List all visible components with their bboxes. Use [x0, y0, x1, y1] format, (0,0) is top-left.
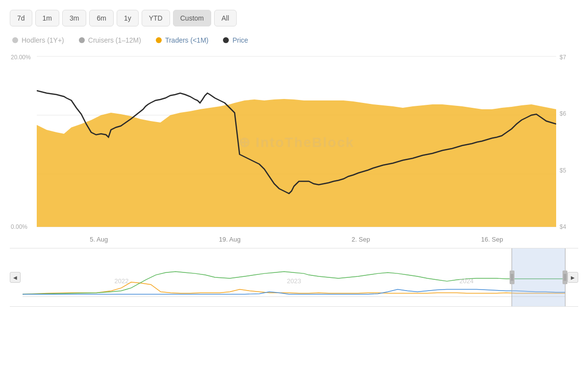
main-chart-svg	[37, 51, 556, 233]
price-dot	[223, 37, 229, 43]
hodlers-dot	[12, 37, 18, 43]
btn-1m[interactable]: 1m	[35, 10, 59, 26]
y-left-bottom: 0.00%	[11, 223, 36, 230]
nav-handle-line-3	[564, 274, 564, 281]
nav-hodlers-line	[23, 271, 565, 294]
y-right-6: $6	[560, 110, 577, 117]
nav-right-arrow[interactable]: ▶	[567, 272, 578, 283]
x-axis: 5. Aug 19. Aug 2. Sep 16. Sep	[10, 233, 578, 243]
nav-handle-right[interactable]	[563, 270, 567, 284]
traders-dot	[156, 37, 162, 43]
y-left-top: 20.00%	[11, 54, 36, 61]
y-right-7: $7	[560, 54, 577, 61]
btn-6m[interactable]: 6m	[89, 10, 113, 26]
hodlers-label: Hodlers (1Y+)	[22, 36, 64, 44]
y-right-5: $5	[560, 167, 577, 174]
nav-handle-lines-right	[564, 274, 566, 281]
chart-inner: ⊕ IntoTheBlock	[37, 51, 556, 233]
price-label: Price	[232, 36, 248, 44]
btn-custom[interactable]: Custom	[173, 10, 211, 26]
btn-all[interactable]: All	[214, 10, 237, 26]
x-label-1: 5. Aug	[90, 236, 108, 243]
navigator: ◀ ▶ 2022 2023 2024	[10, 248, 578, 307]
legend-price[interactable]: Price	[223, 36, 248, 44]
chart-legend: Hodlers (1Y+) Cruisers (1–12M) Traders (…	[10, 36, 578, 44]
cruisers-label: Cruisers (1–12M)	[88, 36, 141, 44]
nav-left-arrow[interactable]: ◀	[10, 272, 21, 283]
nav-selection[interactable]	[512, 248, 565, 306]
nav-handle-line	[511, 274, 512, 281]
y-right-4: $4	[560, 223, 577, 230]
traders-label: Traders (<1M)	[165, 36, 209, 44]
main-container: 7d 1m 3m 6m 1y YTD Custom All Hodlers (1…	[0, 0, 588, 392]
btn-7d[interactable]: 7d	[10, 10, 32, 26]
time-range-selector: 7d 1m 3m 6m 1y YTD Custom All	[10, 10, 578, 26]
x-label-3: 2. Sep	[352, 236, 370, 243]
btn-ytd[interactable]: YTD	[142, 10, 170, 26]
btn-1y[interactable]: 1y	[117, 10, 139, 26]
chart-wrapper: 20.00% 0.00% ⊕ IntoTheBlock	[10, 51, 578, 243]
nav-handle-left[interactable]	[510, 270, 514, 284]
nav-chart-svg	[23, 248, 565, 306]
nav-handle-line-4	[565, 274, 566, 281]
y-axis-right: $7 $6 $5 $4	[559, 51, 578, 233]
traders-area	[37, 99, 556, 227]
y-axis-left: 20.00% 0.00%	[10, 51, 37, 233]
nav-chart-area: 2022 2023 2024	[23, 248, 565, 306]
btn-3m[interactable]: 3m	[62, 10, 86, 26]
x-label-2: 19. Aug	[219, 236, 241, 243]
nav-handle-lines-left	[511, 274, 513, 281]
nav-handle-line-2	[513, 274, 513, 281]
cruisers-dot	[79, 37, 85, 43]
legend-cruisers[interactable]: Cruisers (1–12M)	[79, 36, 141, 44]
legend-traders[interactable]: Traders (<1M)	[156, 36, 209, 44]
main-chart: 20.00% 0.00% ⊕ IntoTheBlock	[10, 51, 578, 233]
x-label-4: 16. Sep	[481, 236, 503, 243]
legend-hodlers[interactable]: Hodlers (1Y+)	[12, 36, 64, 44]
